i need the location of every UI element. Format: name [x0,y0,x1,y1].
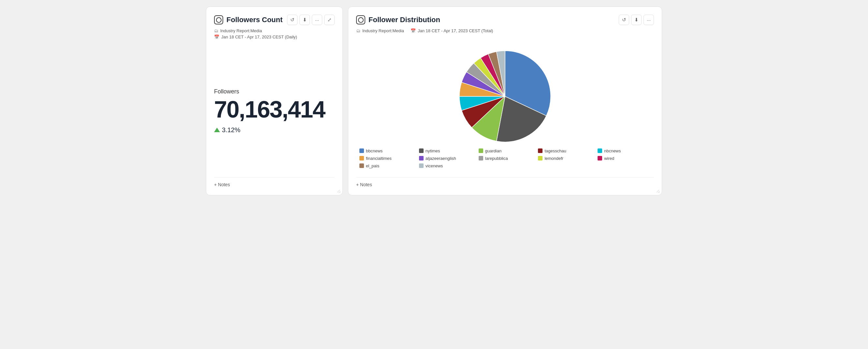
metric-section: Followers 70,163,414 3.12% [214,45,335,177]
calendar-icon-left: 📅 [214,35,219,39]
title-group: Followers Count [214,15,282,25]
legend-item-guardian: guardian [478,148,532,153]
metric-value: 70,163,414 [214,98,335,121]
resize-handle-right[interactable] [656,189,660,193]
legend-item-lemondefr: lemondefr [538,156,591,161]
legend-color-el_pais [360,164,364,168]
instagram-icon-right [356,15,365,25]
legend-item-el_pais: el_pais [360,164,412,168]
calendar-icon-right: 📅 [410,28,416,33]
legend-label-financialtimes: financialtimes [366,156,392,161]
legend-label-guardian: guardian [485,148,502,153]
meta-date-label-left: Jan 18 CET - Apr 17, 2023 CEST (Daily) [221,35,297,39]
card-footer-left: + Notes [214,177,335,187]
card-actions-right: ↺ ⬇ ··· [619,15,654,25]
card-title-left: Followers Count [226,15,282,24]
legend-label-aljazeeraenglish: aljazeeraenglish [426,156,456,161]
legend-item-bbcnews: bbcnews [360,148,412,153]
legend-label-tagesschau: tagesschau [545,148,566,153]
legend-item-vicenews: vicenews [419,164,472,168]
meta-folder-label-left: Industry Report:Media [220,28,262,33]
legend-item-tagesschau: tagesschau [538,148,591,153]
legend-color-nbcnews [597,148,602,153]
meta-date-right: 📅 Jan 18 CET - Apr 17, 2023 CEST (Total) [410,28,493,33]
legend-item-aljazeeraenglish: aljazeeraenglish [419,156,472,161]
pie-chart [459,51,551,142]
meta-row-right: 🗂 Industry Report:Media 📅 Jan 18 CET - A… [356,28,654,33]
more-button-right[interactable]: ··· [644,15,654,25]
card-header-right: Follower Distribution ↺ ⬇ ··· [356,15,654,25]
legend-color-guardian [478,148,483,153]
folder-icon-right: 🗂 [356,28,360,33]
meta-folder-label-right: Industry Report:Media [362,28,404,33]
legend-label-nbcnews: nbcnews [604,148,621,153]
card-header-left: Followers Count ↺ ⬇ ··· ⤢ [214,15,335,25]
change-value: 3.12% [222,126,241,134]
legend-label-larepubblica: larepubblica [485,156,508,161]
legend-item-financialtimes: financialtimes [360,156,412,161]
meta-folder-right: 🗂 Industry Report:Media [356,28,404,33]
legend-label-lemondefr: lemondefr [545,156,563,161]
notes-button-right[interactable]: + Notes [356,182,372,187]
legend-color-wired [597,156,602,161]
legend-label-wired: wired [604,156,614,161]
dashboard: Followers Count ↺ ⬇ ··· ⤢ 🗂 Industry Rep… [206,6,662,195]
instagram-icon [214,15,223,25]
card-title-right: Follower Distribution [369,15,440,24]
legend-color-vicenews [419,164,424,168]
follower-distribution-card: Follower Distribution ↺ ⬇ ··· 🗂 Industry… [348,6,662,195]
legend-label-el_pais: el_pais [366,164,379,168]
card-footer-right: + Notes [356,177,654,187]
legend-color-tagesschau [538,148,542,153]
legend-color-lemondefr [538,156,542,161]
legend-color-larepubblica [478,156,483,161]
metric-label: Followers [214,88,335,95]
legend-color-bbcnews [360,148,364,153]
meta-folder-left: 🗂 Industry Report:Media [214,28,335,33]
legend-color-nytimes [419,148,424,153]
card-meta-right: 🗂 Industry Report:Media 📅 Jan 18 CET - A… [356,28,654,33]
followers-count-card: Followers Count ↺ ⬇ ··· ⤢ 🗂 Industry Rep… [206,6,343,195]
arrow-up-icon [214,128,220,132]
metric-change: 3.12% [214,126,335,134]
download-button-right[interactable]: ⬇ [631,15,642,25]
card-actions-left: ↺ ⬇ ··· ⤢ [287,15,335,25]
legend-color-financialtimes [360,156,364,161]
legend-item-nbcnews: nbcnews [597,148,651,153]
legend-item-larepubblica: larepubblica [478,156,532,161]
legend-label-vicenews: vicenews [426,164,443,168]
refresh-button-right[interactable]: ↺ [619,15,629,25]
refresh-button-left[interactable]: ↺ [287,15,298,25]
meta-date-left: 📅 Jan 18 CET - Apr 17, 2023 CEST (Daily) [214,35,335,39]
legend-label-nytimes: nytimes [426,148,440,153]
chart-area: bbcnewsnytimesguardiantagesschaunbcnewsf… [356,38,654,177]
card-meta-left: 🗂 Industry Report:Media 📅 Jan 18 CET - A… [214,28,335,39]
legend-label-bbcnews: bbcnews [366,148,382,153]
title-group-right: Follower Distribution [356,15,440,25]
legend-item-nytimes: nytimes [419,148,472,153]
notes-button-left[interactable]: + Notes [214,182,230,187]
resize-handle-left[interactable] [337,189,340,193]
meta-date-label-right: Jan 18 CET - Apr 17, 2023 CEST (Total) [418,28,493,33]
move-button-left[interactable]: ⤢ [324,15,335,25]
legend: bbcnewsnytimesguardiantagesschaunbcnewsf… [356,148,654,168]
legend-color-aljazeeraenglish [419,156,424,161]
more-button-left[interactable]: ··· [312,15,322,25]
legend-item-wired: wired [597,156,651,161]
folder-icon-left: 🗂 [214,28,218,33]
download-button-left[interactable]: ⬇ [300,15,310,25]
